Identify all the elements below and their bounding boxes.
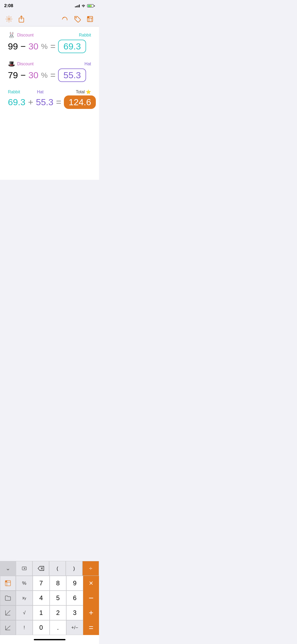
rabbit-label-row: 🐰 Discount Rabbit (8, 32, 91, 39)
rabbit-equals: = (50, 41, 55, 52)
rabbit-discount-label: Discount (17, 33, 34, 38)
hat-result[interactable]: 55.3 (58, 68, 86, 82)
svg-point-3 (76, 17, 77, 18)
hat-result-label: Hat (84, 62, 91, 66)
rabbit-base-num: 99 (8, 41, 18, 52)
summary-equals: = (56, 97, 61, 107)
rabbit-emoji: 🐰 (8, 32, 15, 39)
hat-minus: − (21, 70, 26, 80)
rabbit-result[interactable]: 69.3 (58, 40, 86, 53)
svg-point-1 (8, 18, 10, 20)
rabbit-percent-sign: % (41, 42, 48, 51)
wifi-icon (81, 4, 86, 7)
rabbit-percent-num: 30 (29, 41, 39, 52)
hat-percent-num: 30 (29, 70, 39, 80)
hat-discount-label: Discount (17, 62, 34, 66)
hat-base-num: 79 (8, 70, 18, 80)
summary-hat-val: 55.3 (36, 97, 53, 107)
battery-icon: ⚡ (87, 4, 95, 7)
summary-rabbit-val: 69.3 (8, 97, 25, 107)
rabbit-result-label: Rabbit (79, 33, 91, 38)
hat-percent-sign: % (41, 71, 48, 80)
tag-icon[interactable] (74, 15, 81, 23)
rabbit-discount-section: 🐰 Discount Rabbit 99 − 30 % = 69.3 (8, 32, 91, 53)
total-result[interactable]: 124.6 (64, 95, 96, 109)
summary-section: Rabbit Hat Total ⭐ 69.3 + 55.3 = 124.6 (8, 89, 91, 109)
rabbit-equation: 99 − 30 % = 69.3 (8, 40, 91, 53)
status-bar: 2:08 ⚡ (0, 0, 99, 12)
hat-emoji: 🎩 (8, 61, 15, 67)
rabbit-minus: − (21, 41, 26, 52)
svg-point-0 (83, 7, 84, 7)
hat-equals: = (50, 70, 55, 80)
summary-hat-label: Hat (37, 90, 58, 94)
summary-plus: + (28, 97, 33, 107)
main-content: 🐰 Discount Rabbit 99 − 30 % = 69.3 🎩 Dis… (0, 26, 99, 180)
summary-equation: 69.3 + 55.3 = 124.6 (8, 95, 91, 109)
svg-rect-10 (88, 17, 89, 18)
hat-discount-section: 🎩 Discount Hat 79 − 30 % = 55.3 (8, 61, 91, 82)
toolbar-left (5, 15, 25, 23)
share-icon[interactable] (18, 15, 25, 23)
status-time: 2:08 (4, 3, 13, 8)
toolbar-right (61, 15, 94, 23)
hat-label-row: 🎩 Discount Hat (8, 61, 91, 67)
summary-rabbit-label: Rabbit (8, 90, 29, 94)
status-icons: ⚡ (75, 4, 95, 7)
undo-icon[interactable] (61, 15, 68, 23)
gear-icon[interactable] (5, 15, 13, 23)
hat-equation: 79 − 30 % = 55.3 (8, 68, 91, 82)
signal-bars-icon (75, 4, 80, 7)
calculator-icon[interactable] (86, 15, 94, 23)
summary-label-row: Rabbit Hat Total ⭐ (8, 89, 91, 94)
summary-total-label: Total ⭐ (76, 89, 91, 94)
toolbar (0, 12, 99, 26)
